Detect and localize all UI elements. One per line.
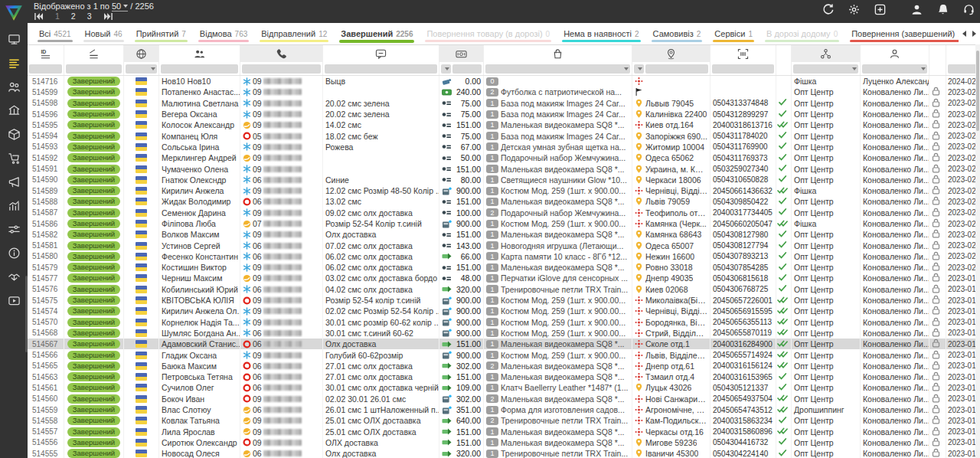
tab-5[interactable]: Завершений2256 xyxy=(334,23,420,44)
refresh-icon[interactable] xyxy=(822,3,835,16)
filter-input-product[interactable] xyxy=(485,64,630,74)
sidebar-item-integrations[interactable] xyxy=(0,218,28,241)
table-row[interactable]: 514558ЗавершенийКовлак Татьяна0925.01 см… xyxy=(28,415,980,426)
sidebar-item-purchases[interactable] xyxy=(0,146,28,170)
tab-7[interactable]: Нема в наявності2 xyxy=(557,23,645,44)
table-row[interactable]: 514577ЗавершенийЧерниш Максим0903.02 смс… xyxy=(28,273,980,283)
table-row[interactable]: 514560ЗавершенийБокоч Иван0902.02 30.01 … xyxy=(28,394,980,404)
pagination-page-3[interactable]: 3 xyxy=(87,11,92,21)
column-header-product[interactable] xyxy=(484,45,632,62)
sidebar-item-marketing[interactable] xyxy=(0,170,28,194)
pagination-page-2[interactable]: 2 xyxy=(71,11,76,21)
column-header-status[interactable] xyxy=(64,45,124,62)
table-row[interactable]: 514557ЗавершенийЛила Ярослав0925.01 смс … xyxy=(28,427,980,437)
notifications-icon[interactable] xyxy=(936,3,949,16)
table-row[interactable]: 514592ЗавершенийМерклингер Андрей0950.00… xyxy=(28,152,980,163)
tab-2[interactable]: Прийнятий7 xyxy=(129,23,193,44)
column-header-manager[interactable] xyxy=(861,45,929,62)
sidebar-item-company[interactable] xyxy=(0,99,28,123)
table-row[interactable]: 514596ЗавершенийВегера Оксана0920.02 смс… xyxy=(28,109,980,119)
filter-input-client[interactable] xyxy=(161,64,238,74)
column-header-phone[interactable] xyxy=(240,45,323,62)
settings-icon[interactable] xyxy=(848,3,861,16)
filter-input-manager[interactable] xyxy=(862,64,927,74)
table-row[interactable]: 514716ЗавершенийНов10 Нов1009Выцв0.000Фі… xyxy=(28,76,980,87)
column-header-lock[interactable] xyxy=(929,45,946,62)
tab-6[interactable]: Повернення товару (в дорозі)0 xyxy=(420,23,557,44)
table-row[interactable]: 514574ЗавершенийКирилич Анжела Ол...0902… xyxy=(28,306,980,316)
pagination-first-icon[interactable] xyxy=(34,12,44,21)
column-header-client[interactable] xyxy=(159,45,240,62)
scrollbar-thumb[interactable] xyxy=(976,51,979,131)
table-row[interactable]: 514566ЗавершенийГладик Оксана09Голубий 6… xyxy=(28,349,980,360)
filter-icon-delivery[interactable] xyxy=(634,64,644,74)
table-row[interactable]: 514594ЗавершенийКомпанец Юля0518.02 смс … xyxy=(28,130,980,141)
table-row[interactable]: 514563ЗавершенийПетровська Тетяна0627.01… xyxy=(28,371,980,382)
table-row[interactable]: 514582ЗавершенийВолков Максим09Олх доста… xyxy=(28,229,980,240)
pagination-last-icon[interactable] xyxy=(103,12,113,21)
filter-input-source[interactable] xyxy=(793,64,858,74)
tab-11[interactable]: Повернення (завершений)125 xyxy=(844,23,978,44)
table-row[interactable]: 514595ЗавершенийКолосок Александр0914.02… xyxy=(28,119,980,130)
column-header-delivery[interactable] xyxy=(632,45,710,62)
filter-input-delivery[interactable] xyxy=(645,64,708,74)
vertical-scrollbar[interactable] xyxy=(975,44,980,458)
table-row[interactable]: 514567ЗавершенийАдамовский Станис...06Ол… xyxy=(28,339,980,349)
column-header-ttn[interactable] xyxy=(710,45,776,62)
sidebar-item-customers[interactable] xyxy=(0,75,28,99)
page-size-dropdown[interactable]: 50 xyxy=(112,2,128,11)
sidebar-item-orders[interactable] xyxy=(0,51,28,75)
table-row[interactable]: 514556ЗавершенийСиротюк Олександр09ОЛХ д… xyxy=(28,437,980,448)
filter-input-payment[interactable] xyxy=(452,64,482,74)
sidebar-item-statistics[interactable] xyxy=(0,194,28,218)
sidebar-item-info[interactable] xyxy=(0,241,28,265)
filter-icon-payment[interactable] xyxy=(441,64,451,74)
column-header-check[interactable] xyxy=(776,45,792,62)
table-row[interactable]: 514580ЗавершенийФесенко Константин0606.0… xyxy=(28,251,980,262)
column-header-country[interactable] xyxy=(124,45,159,62)
table-row[interactable]: 514568ЗавершенийШумляс Богдана Ан...0630… xyxy=(28,328,980,339)
column-header-comment[interactable] xyxy=(323,45,439,62)
table-row[interactable]: 514559ЗавершенийВлас Слотюу0626.01 смс 1… xyxy=(28,404,980,415)
column-header-payment[interactable] xyxy=(439,45,484,62)
filter-input-status[interactable] xyxy=(66,64,122,74)
tab-8[interactable]: Самовивіз2 xyxy=(646,23,708,44)
table-row[interactable]: 514599ЗавершенийПотапенко Анастас...0924… xyxy=(28,87,980,97)
tab-1[interactable]: Новый46 xyxy=(78,23,129,44)
tab-scroll-right-icon[interactable] xyxy=(972,31,976,37)
table-row[interactable]: 514555ЗавершенийНовосад Олеся06Олх доста… xyxy=(28,448,980,458)
tab-scroll-left-icon[interactable] xyxy=(962,31,966,37)
table-row[interactable]: 514576ЗавершенийКобилинський Юрий0604.02… xyxy=(28,284,980,295)
filter-input-date[interactable] xyxy=(948,64,978,74)
table-row[interactable]: 514590ЗавершенийГнатюк Олексндр06Синие80… xyxy=(28,175,980,185)
table-row[interactable]: 514570ЗавершенийКорнелюк Надія Та...0930… xyxy=(28,317,980,328)
column-header-source[interactable] xyxy=(792,45,861,62)
table-row[interactable]: 514565ЗавершенийБаюка Максим0627.01 смс … xyxy=(28,361,980,371)
filter-input-comment[interactable] xyxy=(325,64,437,74)
pagination-page-1[interactable]: 1 xyxy=(55,11,60,21)
table-row[interactable]: 514591ЗавершенийЧумаченко Олена09151.001… xyxy=(28,163,980,174)
table-row[interactable]: 514581ЗавершенийУстинов Сергей0607.02 см… xyxy=(28,240,980,250)
table-row[interactable]: 514561ЗавершенийСучилов Олег0630.01 смс … xyxy=(28,382,980,393)
filter-input-country[interactable] xyxy=(126,64,157,74)
sidebar-item-partners[interactable] xyxy=(0,265,28,289)
add-icon[interactable] xyxy=(874,3,887,16)
table-row[interactable]: 514588ЗавершенийЖидак Володимир0613.02 с… xyxy=(28,196,980,207)
tab-3[interactable]: Відмова763 xyxy=(193,23,254,44)
table-row[interactable]: 514589ЗавершенийКирилич Анжела0912.02 см… xyxy=(28,185,980,196)
table-row[interactable]: 514587ЗавершенийСеменюк Дарина0909.02 см… xyxy=(28,208,980,218)
table-row[interactable]: 514579ЗавершенийКостишин Виктор0906.02 с… xyxy=(28,262,980,273)
table-row[interactable]: 514575ЗавершенийКВІТОВСЬКА ЮЛІЯ09Розмір … xyxy=(28,295,980,306)
tab-9[interactable]: Сервіси1 xyxy=(707,23,760,44)
sidebar-item-dashboard[interactable] xyxy=(0,28,28,51)
table-row[interactable]: 514598ЗавершенийМалютина Светлана0920.02… xyxy=(28,98,980,109)
table-row[interactable]: 514593ЗавершенийСольська Ірина09Рожева67… xyxy=(28,142,980,152)
tab-0[interactable]: Всі4521 xyxy=(32,23,78,44)
sidebar-item-tutorials[interactable] xyxy=(0,289,28,312)
column-header-id[interactable]: ID xyxy=(28,45,64,62)
filter-input-id[interactable] xyxy=(29,64,62,74)
tab-4[interactable]: Відправлений12 xyxy=(254,23,334,44)
filter-input-phone[interactable] xyxy=(242,64,321,74)
filter-input-ttn[interactable] xyxy=(712,64,774,74)
tab-10[interactable]: В дорозі додому0 xyxy=(760,23,844,44)
